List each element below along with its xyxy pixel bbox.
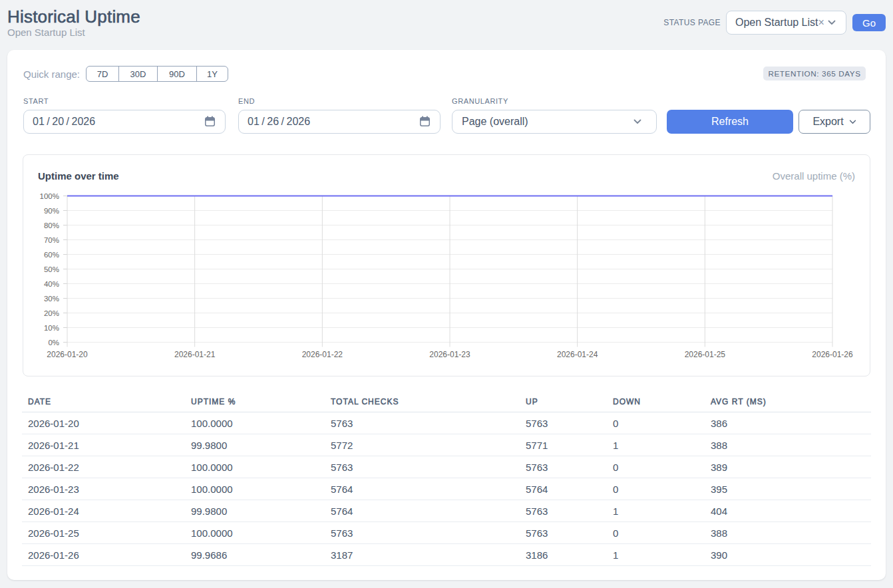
svg-text:60%: 60% [44, 251, 59, 259]
svg-text:100%: 100% [40, 192, 59, 200]
svg-text:40%: 40% [44, 280, 59, 288]
svg-text:20%: 20% [44, 309, 59, 317]
svg-text:90%: 90% [44, 207, 59, 215]
svg-text:0%: 0% [48, 339, 59, 347]
svg-text:2026-01-25: 2026-01-25 [685, 350, 726, 359]
svg-text:2026-01-26: 2026-01-26 [812, 350, 853, 359]
svg-text:2026-01-22: 2026-01-22 [302, 350, 343, 359]
svg-text:10%: 10% [44, 324, 59, 332]
svg-text:2026-01-23: 2026-01-23 [429, 350, 470, 359]
svg-text:2026-01-21: 2026-01-21 [174, 350, 216, 359]
svg-text:80%: 80% [44, 221, 59, 229]
svg-text:2026-01-24: 2026-01-24 [557, 350, 598, 359]
svg-text:30%: 30% [44, 295, 59, 303]
svg-text:70%: 70% [44, 236, 59, 244]
svg-text:50%: 50% [44, 265, 59, 273]
svg-text:2026-01-20: 2026-01-20 [47, 350, 88, 359]
